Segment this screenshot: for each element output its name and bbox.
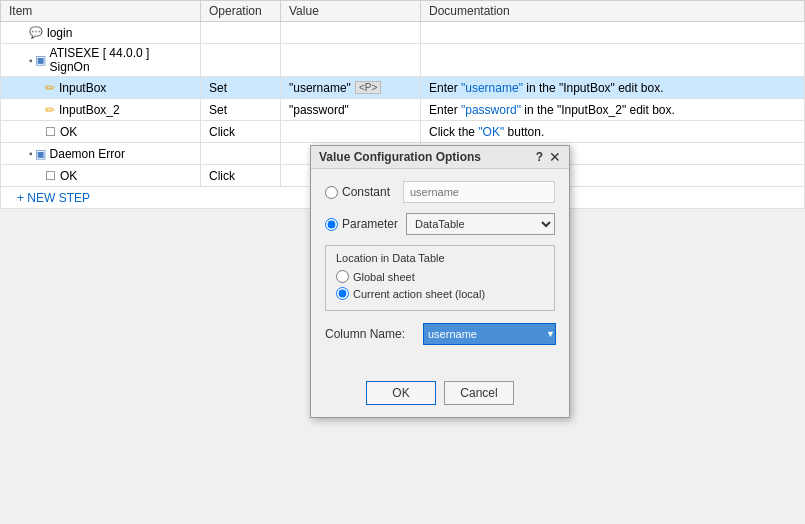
dialog-cancel-button[interactable]: Cancel (444, 381, 514, 405)
table-row[interactable]: ✏ InputBox Set "username" <P> Enter "use… (1, 77, 805, 99)
table-row[interactable]: ▪ ▣ ATISEXE [ 44.0.0 ] SignOn (1, 44, 805, 77)
pencil-icon: ✏ (45, 103, 55, 117)
row-item-label: ATISEXE [ 44.0.0 ] SignOn (50, 46, 192, 74)
current-action-option[interactable]: Current action sheet (local) (336, 287, 544, 300)
expand-icon: ▪ (29, 148, 33, 159)
table-row[interactable]: ✏ InputBox_2 Set "password" Enter "passw… (1, 99, 805, 121)
table-row[interactable]: 💬 login (1, 22, 805, 44)
parameter-select[interactable]: DataTable (406, 213, 555, 235)
value-tag: <P> (355, 81, 381, 94)
row-documentation: Enter "password" in the "InputBox_2" edi… (421, 99, 805, 121)
col-header-documentation: Documentation (421, 1, 805, 22)
column-name-label: Column Name: (325, 327, 415, 341)
parameter-option-row: Parameter DataTable (325, 213, 555, 235)
global-sheet-option[interactable]: Global sheet (336, 270, 544, 283)
checkbox-icon: ☐ (45, 169, 56, 183)
row-item-label: Daemon Error (50, 147, 125, 161)
column-select-arrow: ▼ (546, 329, 555, 339)
row-item-label: login (47, 26, 72, 40)
doc-username: "username" (461, 81, 523, 95)
constant-radio[interactable] (325, 186, 338, 199)
current-action-radio[interactable] (336, 287, 349, 300)
parameter-radio-label[interactable]: Parameter (325, 217, 398, 231)
row-item-label: InputBox (59, 81, 106, 95)
dialog-title: Value Configuration Options (319, 150, 481, 164)
row-documentation: Click the "OK" button. (421, 121, 805, 143)
doc-password: "password" (461, 103, 521, 117)
row-operation: Click (201, 165, 281, 187)
dialog-body: Constant Parameter DataTable Location in… (311, 169, 569, 373)
expand-icon: ▪ (29, 55, 33, 66)
col-header-operation: Operation (201, 1, 281, 22)
parameter-radio[interactable] (325, 218, 338, 231)
global-sheet-radio[interactable] (336, 270, 349, 283)
folder-icon: ▣ (35, 147, 46, 161)
row-operation (201, 22, 281, 44)
location-legend: Location in Data Table (336, 252, 544, 264)
row-value: "password" (281, 99, 421, 121)
parameter-label: Parameter (342, 217, 398, 231)
location-group: Location in Data Table Global sheet Curr… (325, 245, 555, 311)
row-operation (201, 143, 281, 165)
row-item-label: OK (60, 125, 77, 139)
constant-radio-label[interactable]: Constant (325, 185, 395, 199)
row-documentation (421, 44, 805, 77)
comment-icon: 💬 (29, 26, 43, 39)
constant-label: Constant (342, 185, 390, 199)
constant-option-row: Constant (325, 181, 555, 203)
current-action-label: Current action sheet (local) (353, 288, 485, 300)
dialog-close-button[interactable]: ✕ (549, 150, 561, 164)
new-step-button[interactable]: + NEW STEP (9, 187, 98, 209)
checkbox-icon: ☐ (45, 125, 56, 139)
row-value (281, 121, 421, 143)
column-name-select[interactable]: username (423, 323, 556, 345)
column-name-row: Column Name: username ▼ (325, 323, 555, 345)
row-documentation (421, 22, 805, 44)
row-operation: Set (201, 77, 281, 99)
row-operation: Set (201, 99, 281, 121)
global-sheet-label: Global sheet (353, 271, 415, 283)
pencil-icon: ✏ (45, 81, 55, 95)
dialog-footer: OK Cancel (311, 373, 569, 417)
row-item-label: InputBox_2 (59, 103, 120, 117)
dialog-help-button[interactable]: ? (536, 150, 543, 164)
constant-input[interactable] (403, 181, 555, 203)
row-documentation: Enter "username" in the "InputBox" edit … (421, 77, 805, 99)
row-value: "username" <P> (281, 77, 421, 99)
value-text: "username" (289, 81, 351, 95)
dialog-ok-button[interactable]: OK (366, 381, 436, 405)
dialog-titlebar: Value Configuration Options ? ✕ (311, 146, 569, 169)
row-value (281, 44, 421, 77)
dialog-controls: ? ✕ (536, 150, 561, 164)
row-item-label: OK (60, 169, 77, 183)
row-operation: Click (201, 121, 281, 143)
doc-ok1: "OK" (478, 125, 504, 139)
row-operation (201, 44, 281, 77)
folder-icon: ▣ (35, 53, 46, 67)
col-header-value: Value (281, 1, 421, 22)
row-value (281, 22, 421, 44)
table-row[interactable]: ☐ OK Click Click the "OK" button. (1, 121, 805, 143)
col-header-item: Item (1, 1, 201, 22)
value-config-dialog: Value Configuration Options ? ✕ Constant… (310, 145, 570, 418)
